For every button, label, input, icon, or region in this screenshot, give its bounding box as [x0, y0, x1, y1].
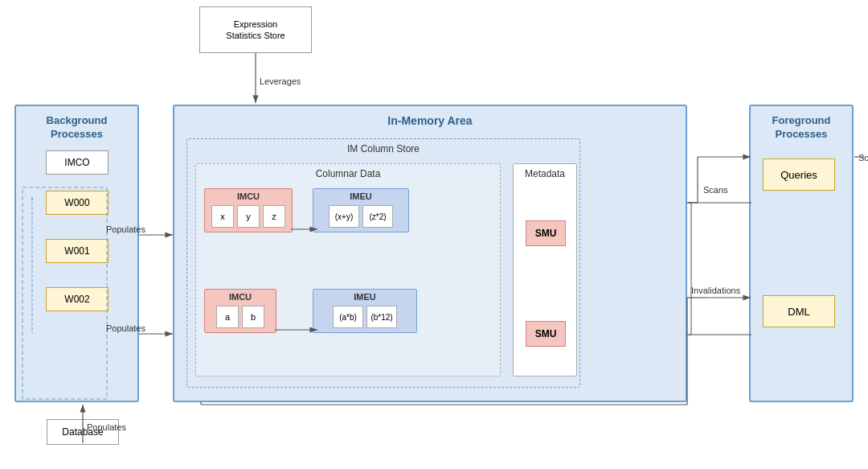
imeu-title-2: IMEU — [354, 290, 376, 303]
queries-box: Queries — [763, 158, 835, 191]
imeu-title-1: IMEU — [350, 189, 372, 203]
svg-text:Leverages: Leverages — [260, 76, 301, 86]
imcu-cells-1: x y z — [207, 203, 290, 232]
cell-x: x — [211, 205, 234, 228]
cell-b: b — [242, 306, 264, 328]
col-data-label: Columnar Data — [196, 164, 500, 183]
w000-box: W000 — [46, 191, 108, 215]
diagram-container: Expression Statistics Store BackgroundPr… — [0, 0, 868, 469]
svg-text:Invalidations: Invalidations — [691, 286, 741, 295]
database-box: Database — [47, 419, 119, 445]
col-data-panel: Columnar Data IMCU x y z IMEU (x+y) (z*2 — [195, 163, 501, 376]
im-col-store-panel: IM Column Store Columnar Data IMCU x y z… — [186, 138, 580, 388]
imco-box: IMCO — [46, 150, 108, 175]
imcu-box-2: IMCU a b — [204, 289, 276, 333]
imeu-box-2: IMEU (a*b) (b*12) — [313, 289, 417, 333]
im-memory-panel: In-Memory Area IM Column Store Columnar … — [173, 105, 687, 402]
imcu-title-1: IMCU — [237, 189, 260, 203]
expr-z2: (z*2) — [362, 205, 393, 228]
imeu-box-1: IMEU (x+y) (z*2) — [313, 188, 409, 232]
expr-stats-store-box: Expression Statistics Store — [199, 6, 312, 53]
imcu-cells-2: a b — [211, 303, 269, 332]
svg-text:Scans: Scans — [703, 185, 728, 195]
cell-z: z — [263, 205, 285, 228]
expr-ab: (a*b) — [333, 306, 363, 328]
expr-b12: (b*12) — [366, 306, 397, 328]
fg-processes-panel: ForegroundProcesses Queries DML — [749, 105, 854, 402]
smu-box-2: SMU — [526, 321, 566, 347]
fg-panel-title: ForegroundProcesses — [751, 106, 852, 146]
background-processes-panel: BackgroundProcesses IMCO W000 W001 W002 — [14, 105, 139, 402]
imeu-cells-1: (x+y) (z*2) — [324, 203, 398, 232]
im-panel-title: In-Memory Area — [174, 106, 686, 131]
imeu-cells-2: (a*b) (b*12) — [328, 303, 402, 332]
imcu-title-2: IMCU — [229, 290, 252, 303]
expr-stats-store-label: Expression Statistics Store — [226, 19, 285, 42]
bg-panel-title: BackgroundProcesses — [16, 106, 137, 146]
expr-xy: (x+y) — [329, 205, 359, 228]
metadata-label: Metadata — [514, 164, 576, 183]
w001-box: W001 — [46, 239, 108, 263]
im-col-store-label: IM Column Store — [187, 139, 579, 158]
svg-text:Scans: Scans — [858, 153, 868, 163]
smu-box-1: SMU — [526, 220, 566, 246]
imcu-box-1: IMCU x y z — [204, 188, 293, 232]
metadata-panel: Metadata SMU SMU — [513, 163, 577, 376]
cell-a: a — [216, 306, 239, 328]
dml-box: DML — [763, 295, 835, 327]
cell-y: y — [237, 205, 260, 228]
w002-box: W002 — [46, 287, 108, 311]
